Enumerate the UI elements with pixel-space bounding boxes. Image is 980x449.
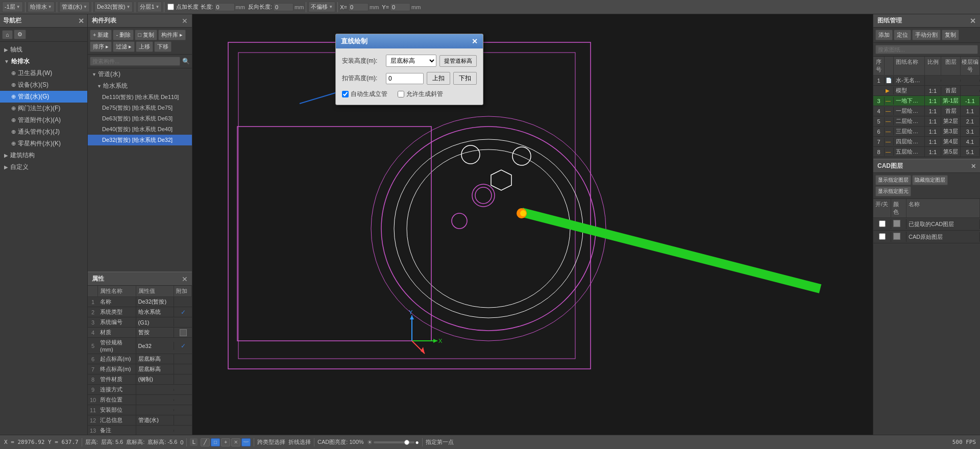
comp-node-de40[interactable]: De40(暂按) [给水系统 De40] — [88, 124, 192, 135]
drawing-add-button[interactable]: 添加 — [875, 30, 893, 40]
system-dropdown[interactable]: 给排水 ▼ — [28, 2, 55, 12]
prop-val-11[interactable] — [136, 409, 175, 411]
prop-val-3[interactable]: (G1) — [136, 318, 175, 327]
pipe-dropdown[interactable]: 管道(水) ▼ — [59, 2, 90, 12]
drw-row-model[interactable]: ▶ 模型 1:1 首层 — [873, 86, 980, 96]
comp-copy-button[interactable]: □ 复制 — [135, 30, 157, 40]
spec-dropdown[interactable]: De32(暂按) ▼ — [94, 2, 133, 12]
comp-node-de32[interactable]: De32(暂按) [给水系统 De32] — [88, 135, 192, 145]
add-length-input[interactable] — [214, 3, 235, 11]
nav-settings-button[interactable]: ⚙ — [14, 30, 26, 39]
prop-val-12[interactable]: 管道(水) — [136, 415, 175, 425]
cad-cell-original-onoff[interactable] — [873, 232, 891, 242]
comp-node-de110[interactable]: De110(暂按) [给水系统 De110] — [88, 92, 192, 103]
nav-item-plumbing[interactable]: ▼ 给排水 — [0, 56, 87, 67]
dialog-up-button[interactable]: 上扣 — [427, 72, 450, 85]
comp-node-de75[interactable]: De75(暂按) [给水系统 De75] — [88, 103, 192, 113]
drw-cell-5-layer: 第2层 — [941, 116, 961, 126]
brightness-plus-icon[interactable]: ● — [415, 439, 419, 446]
cad-extracted-checkbox[interactable] — [879, 220, 886, 227]
dialog-install-height-select[interactable]: 层底标高 层顶标高 — [386, 55, 436, 67]
cad-show-element-button[interactable]: 显示指定图元 — [875, 186, 911, 196]
drawing-copy-button[interactable]: 复制 — [942, 30, 959, 40]
comp-library-button[interactable]: 构件库 ▸ — [158, 30, 186, 40]
comp-sort-button[interactable]: 排序 ▸ — [90, 41, 112, 52]
nav-item-sanitary[interactable]: ⊕ 卫生器具(W) — [0, 67, 87, 79]
reverse-length-input[interactable] — [273, 3, 293, 11]
comp-up-button[interactable]: 上移 — [136, 41, 153, 52]
nav-item-misc[interactable]: ⊕ 零星构件(水)(K) — [0, 138, 87, 149]
drw-row-7[interactable]: 7 — 四层绘排... 1:1 第4层 4.1 — [873, 137, 980, 147]
prop-val-8[interactable]: (钢制) — [136, 375, 175, 384]
nav-item-axis[interactable]: ▶ 轴线 — [0, 44, 87, 56]
prop-val-5[interactable]: De32 — [136, 342, 175, 350]
auto-vertical-checkbox[interactable] — [342, 91, 349, 97]
props-close-button[interactable]: ✕ — [182, 275, 188, 283]
floor-dropdown[interactable]: 分层1 ▼ — [137, 2, 162, 12]
drw-row-5[interactable]: 5 — 二层绘排... 1:1 第2层 2.1 — [873, 116, 980, 127]
dialog-buckle-height-input[interactable] — [386, 73, 424, 84]
cad-hide-specified-button[interactable]: 隐藏指定图层 — [912, 175, 948, 185]
brightness-thumb[interactable] — [404, 440, 409, 445]
cad-original-checkbox[interactable] — [879, 233, 886, 240]
dialog-close-button[interactable]: ✕ — [472, 37, 478, 45]
comp-close-button[interactable]: ✕ — [182, 17, 188, 25]
y-input[interactable] — [390, 3, 410, 11]
drawing-split-button[interactable]: 手动分割 — [912, 30, 941, 40]
nav-item-fitting[interactable]: ⊕ 管道附件(水)(A) — [0, 114, 87, 126]
brightness-minus-icon[interactable]: ☀ — [367, 439, 373, 446]
cad-cell-extracted-onoff[interactable] — [873, 219, 891, 229]
prop-val-6[interactable]: 层底标高 — [136, 354, 175, 364]
add-length-checkbox[interactable] — [167, 4, 174, 10]
cad-show-specified-button[interactable]: 显示指定图层 — [875, 175, 911, 185]
prop-val-1[interactable]: De32(暂按) — [136, 297, 175, 307]
nav-home-button[interactable]: ⌂ — [2, 30, 13, 39]
nav-item-equipment[interactable]: ⊕ 设备(水)(S) — [0, 79, 87, 91]
cross-select-label[interactable]: 跨类型选择 — [257, 438, 285, 446]
drw-row-8[interactable]: 8 — 五层绘排... 1:1 第5层 5.1 — [873, 147, 980, 157]
prop-val-4[interactable]: 暂按 — [136, 328, 175, 337]
prop-val-9[interactable] — [136, 389, 175, 391]
drw-row-4[interactable]: 4 — 一层绘排... 1:1 首层 1.1 — [873, 106, 980, 116]
drawing-search-input[interactable] — [875, 45, 978, 54]
nav-item-pipe[interactable]: ⊕ 管道(水)(G) — [0, 91, 87, 103]
x-input[interactable] — [348, 3, 369, 11]
drw-row-6[interactable]: 6 — 三层绘排... 1:1 第3层 3.1 — [873, 127, 980, 137]
dialog-raise-pipe-button[interactable]: 提管道标高 — [439, 55, 477, 67]
prop-val-13[interactable] — [136, 430, 175, 432]
dialog-title-bar[interactable]: 直线绘制 ✕ — [336, 34, 483, 48]
drw-row-1[interactable]: 1 📄 水-无名名.dwg — [873, 76, 980, 86]
comp-node-de63[interactable]: De63(暂按) [给水系统 De63] — [88, 113, 192, 124]
canvas-area[interactable]: X Y 直线绘制 ✕ 安装高度(m): 层底标高 层顶标高 提管道标高 — [192, 14, 873, 435]
allow-oblique-checkbox[interactable] — [398, 91, 404, 97]
comp-node-pipe-water[interactable]: ▼管道(水) — [88, 68, 192, 80]
dialog-down-button[interactable]: 下扣 — [453, 72, 477, 85]
drw-cell-6-name: 三层绘排... — [894, 127, 925, 136]
prop-val-2[interactable]: 给水系统 — [136, 307, 175, 317]
nav-item-custom[interactable]: ▶ 自定义 — [0, 161, 87, 173]
comp-down-button[interactable]: 下移 — [154, 41, 172, 52]
drw-row-3[interactable]: 3 — 一地下一层... 1:1 第-1层 -1.1 — [873, 96, 980, 106]
comp-delete-button[interactable]: - 删除 — [113, 30, 134, 40]
drw-cell-8-scale: 1:1 — [925, 148, 941, 156]
comp-filter-button[interactable]: 过滤 ▸ — [113, 41, 135, 52]
drawing-locate-button[interactable]: 定位 — [894, 30, 911, 40]
brightness-slider[interactable]: ☀ ● — [367, 439, 419, 446]
cad-layer-close-button[interactable]: ✕ — [971, 163, 976, 170]
prop-val-10[interactable] — [136, 399, 175, 401]
brightness-track[interactable] — [374, 441, 414, 443]
drawing-manager-close-button[interactable]: ✕ — [970, 17, 976, 25]
layer-dropdown[interactable]: -1层 ▼ — [2, 2, 23, 12]
prop-val-7[interactable]: 层底标高 — [136, 364, 175, 374]
fence-select-label[interactable]: 折线选择 — [288, 438, 311, 446]
nav-item-structure[interactable]: ▶ 建筑结构 — [0, 149, 87, 161]
comp-search-input[interactable] — [90, 57, 180, 66]
drw-cell-4-scale: 1:1 — [925, 107, 941, 115]
nav-close-button[interactable]: ✕ — [78, 17, 84, 25]
comp-node-water-supply[interactable]: ▼给水系统 — [88, 80, 192, 92]
nav-item-connector[interactable]: ⊕ 通头管件(水)(J) — [0, 126, 87, 138]
offset-dropdown[interactable]: 不偏移 ▼ — [308, 2, 335, 12]
fps-display: 500 FPS — [952, 439, 976, 445]
comp-new-button[interactable]: + 新建 — [90, 30, 112, 40]
nav-item-valve[interactable]: ⊕ 阀门法兰(水)(F) — [0, 103, 87, 114]
